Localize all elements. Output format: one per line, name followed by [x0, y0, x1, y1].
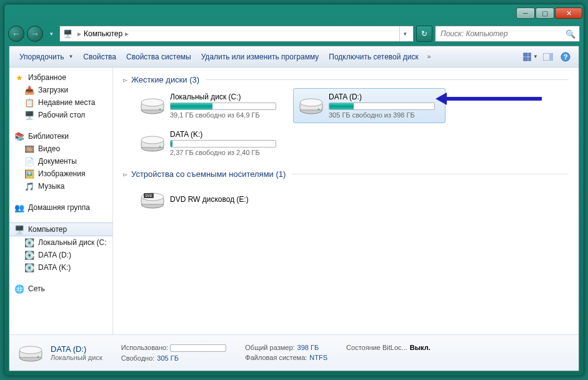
nav-history-dropdown[interactable]: ▾: [46, 28, 57, 39]
sidebar-network[interactable]: 🌐Сеть: [9, 282, 112, 295]
details-columns: Использовано: Свободно:305 ГБ Общий разм…: [102, 344, 431, 362]
sidebar-libraries[interactable]: 📚Библиотеки: [9, 130, 112, 142]
properties-button[interactable]: Свойства: [78, 50, 121, 64]
address-bar[interactable]: 🖥️ ▸ Компьютер ▸ ▾: [59, 26, 414, 42]
sidebar-label: Загрузки: [38, 86, 68, 94]
sidebar-computer[interactable]: 🖥️Компьютер: [9, 222, 112, 236]
minimize-button[interactable]: ─: [516, 8, 535, 19]
sidebar-label: Локальный диск (C:: [38, 238, 107, 247]
search-box[interactable]: 🔍: [435, 26, 580, 42]
hard-disk-icon: [139, 129, 166, 157]
dropdown-icon: ▼: [68, 54, 73, 59]
sidebar-item-drive-d[interactable]: 💽DATA (D:): [9, 249, 112, 261]
section-label: Устройства со съемными носителями: [131, 169, 274, 179]
breadcrumb-root[interactable]: Компьютер: [84, 29, 122, 38]
svg-text:?: ?: [564, 53, 568, 61]
total-label: Общий размер:: [245, 344, 294, 351]
close-button[interactable]: ✕: [555, 8, 582, 19]
dropdown-icon: ▼: [533, 54, 538, 59]
hard-disk-icon: [297, 92, 325, 119]
svg-rect-0: [524, 53, 527, 56]
breadcrumb-sep-icon: ▸: [75, 29, 84, 38]
sidebar-label: Рабочий стол: [38, 111, 85, 119]
svg-point-15: [318, 109, 320, 111]
organize-menu[interactable]: Упорядочить ▼: [14, 50, 78, 64]
sidebar-label: DATA (K:): [38, 263, 71, 272]
preview-pane-icon: [543, 53, 553, 61]
maximize-button[interactable]: ▢: [536, 8, 554, 19]
sidebar-item-desktop[interactable]: 🖥️Рабочий стол: [9, 109, 112, 121]
navigation-pane: ★Избранное 📥Загрузки 📋Недавние места 🖥️Р…: [9, 68, 113, 334]
arrow-head-icon: [436, 92, 447, 105]
breadcrumb-sep-icon[interactable]: ▸: [122, 29, 131, 38]
collapse-icon: ▻: [123, 171, 127, 178]
search-input[interactable]: [439, 29, 566, 39]
removable-grid: DVDDVD RW дисковод (E:): [123, 181, 569, 224]
sidebar-item-documents[interactable]: 📄Документы: [9, 155, 112, 168]
sidebar-item-drive-c[interactable]: 💽Локальный диск (C:: [9, 236, 112, 249]
drive-item[interactable]: DVDDVD RW дисковод (E:): [134, 182, 287, 218]
uninstall-program-button[interactable]: Удалить или изменить программу: [196, 50, 324, 64]
sidebar-item-pictures[interactable]: 🖼️Изображения: [9, 168, 112, 180]
refresh-button[interactable]: ↻: [416, 26, 432, 42]
svg-text:DVD: DVD: [146, 194, 152, 198]
section-divider: [206, 79, 569, 80]
computer-icon: 🖥️: [14, 224, 24, 234]
svg-point-28: [37, 356, 39, 358]
sidebar-label: Недавние места: [38, 98, 95, 107]
sidebar-label: Компьютер: [28, 225, 67, 234]
back-button[interactable]: ←: [8, 26, 24, 42]
svg-rect-3: [529, 58, 531, 61]
help-button[interactable]: ?: [557, 50, 574, 64]
documents-icon: 📄: [24, 156, 34, 166]
drive-name: DATA (K:): [170, 130, 282, 139]
forward-button[interactable]: →: [27, 26, 43, 42]
sidebar-label: Библиотеки: [28, 132, 69, 141]
total-value: 398 ГБ: [295, 344, 319, 351]
section-label: Жесткие диски: [131, 75, 187, 84]
organize-label: Упорядочить: [19, 52, 64, 61]
svg-point-19: [159, 146, 161, 148]
drive-free-text: 39,1 ГБ свободно из 64,9 ГБ: [170, 111, 282, 119]
drive-item[interactable]: Локальный диск (C:)39,1 ГБ свободно из 6…: [134, 88, 287, 123]
music-icon: 🎵: [24, 181, 34, 191]
window-titlebar: ─ ▢ ✕: [4, 4, 584, 22]
preview-pane-button[interactable]: [540, 50, 556, 64]
sidebar-item-recent[interactable]: 📋Недавние места: [9, 96, 112, 109]
details-pane: DATA (D:) Локальный диск Использовано: С…: [9, 334, 579, 371]
drive-item[interactable]: DATA (D:)305 ГБ свободно из 398 ГБ: [293, 88, 446, 123]
help-icon: ?: [561, 52, 571, 62]
sidebar-label: DATA (D:): [38, 251, 71, 259]
svg-rect-5: [549, 54, 552, 60]
sidebar-item-downloads[interactable]: 📥Загрузки: [9, 84, 112, 96]
content-frame: Упорядочить ▼ Свойства Свойства системы …: [9, 46, 579, 371]
sidebar-homegroup[interactable]: 👥Домашняя группа: [9, 201, 112, 214]
section-hard-disks[interactable]: ▻ Жесткие диски (3): [123, 72, 569, 87]
used-bar: [170, 344, 226, 352]
annotation-arrow: [436, 94, 542, 104]
view-options-button[interactable]: ▼: [522, 50, 539, 64]
map-network-drive-button[interactable]: Подключить сетевой диск: [324, 50, 423, 64]
libraries-icon: 📚: [14, 131, 24, 141]
free-value: 305 ГБ: [154, 354, 179, 362]
details-title-block: DATA (D:) Локальный диск: [46, 344, 102, 361]
drive-info: DVD RW дисковод (E:): [166, 195, 282, 205]
sidebar-item-drive-k[interactable]: 💽DATA (K:): [9, 261, 112, 274]
drive-icon: 💽: [24, 250, 34, 260]
sidebar-item-music[interactable]: 🎵Музыка: [9, 180, 112, 192]
collapse-icon: ▻: [123, 77, 127, 83]
fs-label: Файловая система:: [245, 354, 307, 361]
sidebar-item-videos[interactable]: 🎞️Видео: [9, 142, 112, 155]
sidebar-favorites[interactable]: ★Избранное: [9, 71, 112, 84]
sidebar-label: Музыка: [38, 182, 64, 191]
toolbar-overflow-button[interactable]: »: [424, 53, 435, 60]
svg-point-10: [141, 99, 164, 106]
section-count: (1): [276, 169, 286, 179]
section-divider: [292, 174, 569, 174]
drive-item[interactable]: DATA (K:)2,37 ГБ свободно из 2,40 ГБ: [134, 126, 287, 161]
section-removable[interactable]: ▻ Устройства со съемными носителями (1): [123, 167, 569, 181]
pictures-icon: 🖼️: [24, 169, 34, 179]
fs-value: NTFS: [307, 354, 327, 361]
address-dropdown-icon[interactable]: ▾: [399, 26, 411, 41]
system-properties-button[interactable]: Свойства системы: [121, 50, 196, 64]
